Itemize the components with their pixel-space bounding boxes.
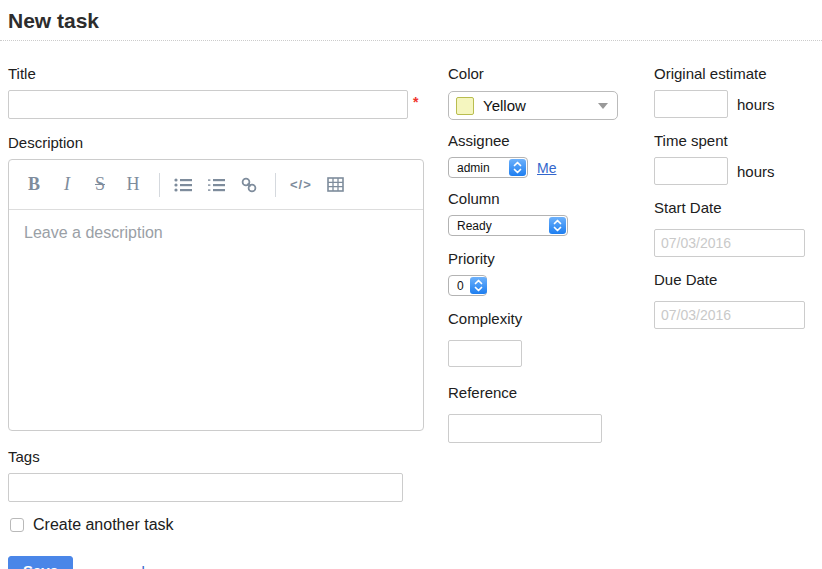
- form-actions: Save or cancel: [8, 556, 424, 569]
- color-swatch-yellow: [456, 97, 474, 115]
- start-date-input[interactable]: [654, 229, 805, 257]
- start-date-label: Start Date: [654, 199, 822, 216]
- form-column-left: Title * Description B I S H: [8, 65, 424, 569]
- new-task-form: Title * Description B I S H: [0, 41, 822, 569]
- due-date-input[interactable]: [654, 301, 805, 329]
- complexity-label: Complexity: [448, 310, 628, 327]
- chevron-down-icon: [598, 103, 608, 109]
- cancel-link[interactable]: cancel: [101, 563, 144, 569]
- tags-input[interactable]: [8, 473, 403, 502]
- page-title: New task: [0, 0, 822, 41]
- select-stepper-icon: [549, 217, 566, 234]
- original-estimate-row: hours: [654, 90, 822, 118]
- strikethrough-icon[interactable]: S: [91, 174, 109, 195]
- italic-icon[interactable]: I: [58, 174, 76, 195]
- original-estimate-label: Original estimate: [654, 65, 822, 82]
- code-icon[interactable]: </>: [290, 177, 312, 192]
- tags-label: Tags: [8, 448, 424, 465]
- create-another-checkbox[interactable]: [10, 518, 24, 532]
- complexity-input[interactable]: [448, 340, 522, 367]
- toolbar-separator: [275, 173, 276, 197]
- bold-icon[interactable]: B: [25, 174, 43, 195]
- color-selected-value: Yellow: [483, 97, 526, 114]
- assign-to-me-link[interactable]: Me: [537, 160, 556, 176]
- description-label: Description: [8, 134, 424, 151]
- editor-toolbar: B I S H: [9, 160, 423, 210]
- link-icon[interactable]: [240, 177, 258, 193]
- priority-select[interactable]: 0: [448, 275, 487, 296]
- description-placeholder: Leave a description: [24, 224, 163, 241]
- due-date-label: Due Date: [654, 271, 822, 288]
- description-textarea[interactable]: Leave a description: [9, 210, 423, 430]
- save-button[interactable]: Save: [8, 556, 73, 569]
- create-another-label: Create another task: [33, 516, 174, 534]
- heading-icon[interactable]: H: [124, 174, 142, 195]
- priority-selected-value: 0: [457, 279, 464, 293]
- toolbar-separator: [159, 173, 160, 197]
- description-editor: B I S H: [8, 159, 424, 431]
- form-column-right: Original estimate hours Time spent hours…: [654, 65, 822, 569]
- required-asterisk: *: [413, 94, 418, 110]
- column-select[interactable]: Ready: [448, 215, 568, 236]
- color-label: Color: [448, 65, 628, 82]
- reference-label: Reference: [448, 384, 628, 401]
- ordered-list-icon[interactable]: [207, 177, 225, 193]
- assignee-row: admin Me: [448, 157, 628, 178]
- column-selected-value: Ready: [457, 219, 492, 233]
- original-estimate-unit: hours: [737, 96, 775, 113]
- time-spent-label: Time spent: [654, 132, 822, 149]
- original-estimate-input[interactable]: [654, 90, 728, 118]
- title-field-row: *: [8, 90, 424, 119]
- create-another-row: Create another task: [8, 516, 424, 534]
- unordered-list-icon[interactable]: [174, 177, 192, 193]
- time-spent-unit: hours: [737, 163, 775, 180]
- title-label: Title: [8, 65, 424, 82]
- reference-input[interactable]: [448, 414, 602, 443]
- form-column-middle: Color Yellow Assignee admin Me Column Re…: [448, 65, 628, 569]
- table-icon[interactable]: [327, 177, 345, 192]
- assignee-label: Assignee: [448, 132, 628, 149]
- title-input[interactable]: [8, 90, 408, 119]
- select-stepper-icon: [470, 277, 487, 294]
- assignee-selected-value: admin: [457, 161, 490, 175]
- color-dropdown[interactable]: Yellow: [448, 91, 618, 120]
- priority-label: Priority: [448, 250, 628, 267]
- select-stepper-icon: [509, 159, 526, 176]
- time-spent-input[interactable]: [654, 157, 728, 185]
- or-text: or: [82, 563, 95, 569]
- assignee-select[interactable]: admin: [448, 157, 528, 178]
- time-spent-row: hours: [654, 157, 822, 185]
- column-label: Column: [448, 190, 628, 207]
